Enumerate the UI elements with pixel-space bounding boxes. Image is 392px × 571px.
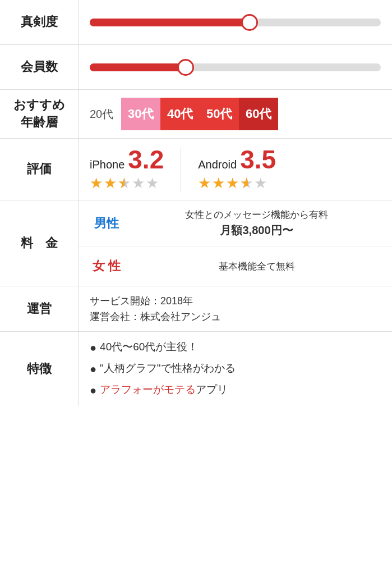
feature-item-3: ● アラフォーがモテるアプリ — [90, 382, 236, 398]
rating-label: 評価 — [0, 139, 79, 200]
ops-details: サービス開始：2018年 運営会社：株式会社アンジュ — [90, 294, 221, 323]
iphone-star-5: ★ — [146, 175, 159, 192]
members-thumb — [177, 59, 194, 76]
members-slider — [90, 63, 381, 71]
male-pricing-desc: 女性とのメッセージ機能から有料 — [185, 209, 328, 220]
feature-text-2: "人柄グラフ"で性格がわかる — [100, 361, 236, 376]
pricing-label: 料 金 — [0, 200, 79, 286]
android-star-3: ★ — [226, 175, 239, 192]
seriousness-row: 真剣度 — [0, 0, 392, 45]
pricing-content: 男性 女性とのメッセージ機能から有料 月額3,800円〜 女 性 基本機能全て無… — [79, 200, 392, 286]
feature-bullet-3: ● — [90, 382, 96, 398]
ops-line-2: 運営会社：株式会社アンジュ — [90, 310, 221, 323]
seriousness-slider — [90, 19, 381, 26]
rating-row: 評価 iPhone 3.2 ★ ★ ★★ ★ ★ Android 3.5 ★ ★ — [0, 139, 392, 200]
operations-row: 運営 サービス開始：2018年 運営会社：株式会社アンジュ — [0, 286, 392, 332]
features-row: 特徴 ● 40代〜60代が主役！ ● "人柄グラフ"で性格がわかる ● アラフォ… — [0, 332, 392, 406]
android-platform-label: Android — [198, 158, 237, 171]
members-label: 会員数 — [0, 45, 79, 89]
features-list: ● 40代〜60代が主役！ ● "人柄グラフ"で性格がわかる ● アラフォーがモ… — [90, 340, 236, 398]
seriousness-fill — [90, 19, 250, 26]
android-star-5: ★ — [254, 175, 267, 192]
android-rating-top: Android 3.5 — [198, 147, 276, 172]
pricing-row: 料 金 男性 女性とのメッセージ機能から有料 月額3,800円〜 女 性 基本機… — [0, 200, 392, 286]
iphone-rating-top: iPhone 3.2 — [90, 147, 164, 172]
iphone-score: 3.2 — [128, 147, 164, 172]
rating-divider — [181, 147, 181, 192]
operations-content: サービス開始：2018年 運営会社：株式会社アンジュ — [79, 286, 392, 331]
male-pricing-price: 月額3,800円〜 — [132, 223, 381, 238]
iphone-stars: ★ ★ ★★ ★ ★ — [90, 175, 159, 192]
seriousness-content — [79, 0, 392, 44]
feature-highlight-text: アラフォーがモテる — [100, 383, 196, 395]
feature-bullet-2: ● — [90, 361, 96, 377]
features-label: 特徴 — [0, 332, 79, 406]
members-row: 会員数 — [0, 45, 392, 90]
iphone-platform-label: iPhone — [90, 158, 124, 171]
iphone-star-1: ★ — [90, 175, 103, 192]
age-40s: 40代 — [160, 98, 200, 130]
iphone-rating-block: iPhone 3.2 ★ ★ ★★ ★ ★ — [90, 147, 164, 192]
age-content: 20代 30代 40代 50代 60代 — [79, 90, 392, 138]
feature-bullet-1: ● — [90, 340, 96, 355]
female-pricing-desc: 基本機能全て無料 — [219, 261, 295, 272]
feature-item-1: ● 40代〜60代が主役！ — [90, 340, 236, 355]
seriousness-thumb — [241, 14, 258, 31]
female-pricing: 女 性 基本機能全て無料 — [79, 246, 392, 286]
ops-line-1: サービス開始：2018年 — [90, 294, 221, 308]
members-content — [79, 45, 392, 89]
android-stars: ★ ★ ★ ★★ ★ — [198, 175, 267, 192]
male-pricing-detail: 女性とのメッセージ機能から有料 月額3,800円〜 — [132, 208, 381, 238]
age-row: おすすめ 年齢層 20代 30代 40代 50代 60代 — [0, 90, 392, 139]
age-60s: 60代 — [239, 98, 278, 130]
age-50s: 50代 — [200, 98, 239, 130]
age-label: おすすめ 年齢層 — [0, 90, 79, 138]
iphone-star-3: ★★ — [118, 175, 131, 192]
female-gender-label: 女 性 — [90, 258, 123, 275]
age-20s: 20代 — [90, 107, 113, 122]
seriousness-label: 真剣度 — [0, 0, 79, 44]
seriousness-track — [90, 19, 381, 26]
male-gender-label: 男性 — [90, 215, 123, 232]
android-rating-block: Android 3.5 ★ ★ ★ ★★ ★ — [198, 147, 276, 192]
male-pricing: 男性 女性とのメッセージ機能から有料 月額3,800円〜 — [79, 200, 392, 246]
feature-text-3: アラフォーがモテるアプリ — [100, 382, 228, 397]
android-star-4: ★★ — [240, 175, 253, 192]
rating-content: iPhone 3.2 ★ ★ ★★ ★ ★ Android 3.5 ★ ★ ★ … — [79, 139, 392, 200]
female-pricing-detail: 基本機能全て無料 — [132, 260, 381, 273]
age-30s: 30代 — [121, 98, 160, 130]
members-fill — [90, 63, 186, 71]
features-content: ● 40代〜60代が主役！ ● "人柄グラフ"で性格がわかる ● アラフォーがモ… — [79, 332, 392, 406]
feature-item-2: ● "人柄グラフ"で性格がわかる — [90, 361, 236, 377]
android-star-2: ★ — [212, 175, 225, 192]
feature-text-1: 40代〜60代が主役！ — [100, 340, 198, 354]
members-track — [90, 63, 381, 71]
android-star-1: ★ — [198, 175, 211, 192]
operations-label: 運営 — [0, 286, 79, 331]
pricing-details: 男性 女性とのメッセージ機能から有料 月額3,800円〜 女 性 基本機能全て無… — [79, 200, 392, 286]
iphone-star-2: ★ — [104, 175, 117, 192]
iphone-star-4: ★ — [132, 175, 145, 192]
android-score: 3.5 — [240, 147, 276, 172]
